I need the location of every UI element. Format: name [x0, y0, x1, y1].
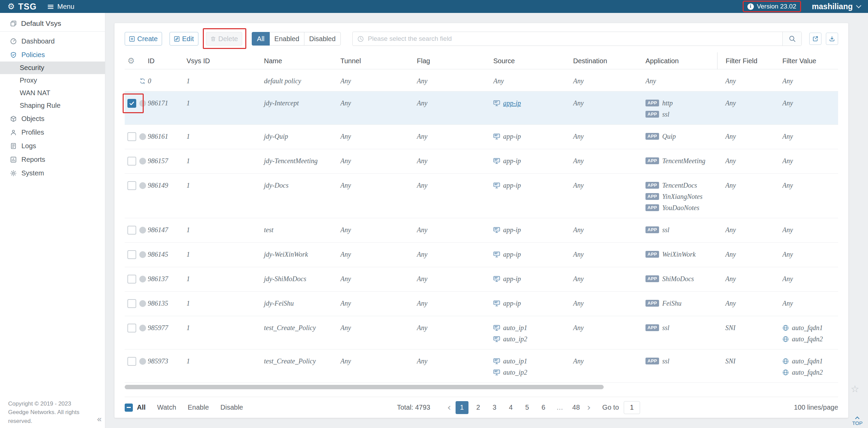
favorite-star-icon[interactable]: ☆ [851, 383, 859, 395]
row-checkbox[interactable] [127, 357, 136, 366]
search-button[interactable] [782, 32, 801, 46]
cell-vsys: 1 [187, 174, 264, 218]
horizontal-scrollbar [125, 383, 838, 391]
row-checkbox[interactable] [127, 157, 136, 166]
application-item: APPQuip [645, 132, 717, 140]
pagination-page[interactable]: 5 [521, 401, 534, 414]
sidebar-item-objects[interactable]: Objects [0, 112, 105, 125]
sidebar-subitem-label: Security [20, 64, 44, 72]
table-row[interactable]: 9859731test_Create_PolicyAnyAnyauto_ip1a… [125, 349, 838, 383]
row-checkbox[interactable] [127, 299, 136, 308]
pagination-page[interactable]: 1 [456, 401, 468, 414]
sidebar-item-system[interactable]: System [0, 166, 105, 180]
filter-enabled[interactable]: Enabled [269, 32, 304, 46]
cell-filter-field: Any [717, 125, 780, 149]
row-checkbox[interactable] [127, 250, 136, 259]
globe-icon [782, 336, 789, 342]
application-name: ShiMoDocs [662, 275, 694, 283]
filter-disabled[interactable]: Disabled [304, 32, 341, 46]
sidebar-item-policies[interactable]: Policies [0, 48, 105, 62]
sidebar: Default Vsys Dashboard Policies Security… [0, 13, 105, 428]
logo-gear-icon: ⚙ [7, 2, 15, 11]
source-list: app-ip [493, 275, 573, 283]
delete-button[interactable]: Delete [206, 32, 243, 46]
table-row[interactable]: 9861351jdy-FeiShuAnyAnyapp-ipAnyAPPFeiSh… [125, 292, 838, 316]
cell-source: app-ip [493, 292, 573, 316]
sidebar-collapse-icon[interactable]: « [97, 414, 102, 424]
status-dot-icon [139, 358, 146, 365]
import-button[interactable] [826, 33, 838, 45]
sidebar-item-logs[interactable]: Logs [0, 139, 105, 153]
pagination-page[interactable]: 6 [537, 401, 550, 414]
create-button[interactable]: Create [125, 32, 162, 46]
pagination-page[interactable]: 2 [472, 401, 485, 414]
pagination-prev[interactable]: ‹ [447, 402, 451, 413]
row-checkbox[interactable] [127, 99, 136, 108]
scrollbar-thumb[interactable] [125, 385, 604, 389]
app-badge: APP [645, 157, 659, 164]
table-row[interactable]: 9861451jdy-WeiXinWorkAnyAnyapp-ipAnyAPPW… [125, 243, 838, 267]
monitor-icon [493, 300, 500, 307]
app-badge: APP [645, 100, 659, 106]
cell-application: APPFeiShu [645, 292, 717, 316]
enable-link[interactable]: Enable [188, 404, 209, 411]
select-all-checkbox[interactable] [125, 404, 133, 412]
row-checkbox[interactable] [127, 226, 136, 235]
table-row[interactable]: 9861711jdy-InterceptAnyAnyapp-ipAnyAPPht… [125, 91, 838, 125]
table-row[interactable]: 9861571jdy-TencentMeetingAnyAnyapp-ipAny… [125, 149, 838, 174]
row-checkbox[interactable] [127, 132, 136, 141]
export-button[interactable] [809, 33, 821, 45]
sidebar-item-profiles[interactable]: Profiles [0, 125, 105, 139]
pagination-page[interactable]: 48 [570, 401, 583, 414]
cell-filter-value: Any [780, 174, 838, 218]
cell-id: 986147 [148, 218, 187, 242]
cell-vsys: 1 [187, 316, 264, 349]
app-badge: APP [645, 358, 659, 364]
app-badge: APP [645, 133, 659, 140]
goto-page-input[interactable] [624, 401, 640, 414]
edit-button[interactable]: Edit [170, 32, 198, 46]
pagination-next[interactable]: › [587, 402, 591, 413]
table-row[interactable]: 01default policyAnyAnyAnyAnyAnyAnyAny [125, 69, 838, 91]
cell-name: default policy [264, 69, 340, 91]
filter-value-list: auto_fqdn1auto_fqdn2 [782, 324, 838, 343]
search-input[interactable] [364, 32, 782, 46]
watch-link[interactable]: Watch [157, 404, 176, 411]
sidebar-item-security[interactable]: Security [0, 62, 105, 74]
column-header-source: Source [493, 52, 573, 69]
row-checkbox[interactable] [127, 324, 136, 332]
table-row[interactable]: 9861371jdy-ShiMoDocsAnyAnyapp-ipAnyAPPSh… [125, 267, 838, 292]
sidebar-item-shaping-rule[interactable]: Shaping Rule [0, 99, 105, 112]
cell-name: test [264, 218, 340, 242]
cell-tunnel: Any [340, 69, 417, 91]
disable-link[interactable]: Disable [220, 404, 243, 411]
sidebar-item-dashboard[interactable]: Dashboard [0, 34, 105, 48]
application-item: APPYouDaoNotes [645, 204, 717, 212]
objects-icon [10, 116, 17, 122]
toolbar: Create Edit Delete All [125, 31, 838, 46]
sidebar-item-reports[interactable]: Reports [0, 153, 105, 166]
cell-vsys: 1 [187, 267, 264, 291]
vsys-selector[interactable]: Default Vsys [0, 16, 105, 31]
user-menu[interactable]: mashiliang [812, 2, 861, 11]
monitor-icon [493, 369, 500, 376]
main-area: Create Edit Delete All [105, 13, 868, 428]
pagination-page[interactable]: 4 [504, 401, 517, 414]
pagination-page[interactable]: 3 [488, 401, 501, 414]
table-row[interactable]: 9859771test_Create_PolicyAnyAnyauto_ip1a… [125, 316, 838, 349]
monitor-icon [493, 227, 500, 233]
source-host-label[interactable]: app-ip [503, 99, 521, 107]
table-row[interactable]: 9861611jdy-QuipAnyAnyapp-ipAnyAPPQuipAny… [125, 125, 838, 149]
filter-all[interactable]: All [252, 32, 269, 46]
sidebar-subitem-label: WAN NAT [20, 89, 50, 97]
column-settings-icon[interactable]: ⚙ [127, 56, 135, 66]
table-row[interactable]: 9861491jdy-DocsAnyAnyapp-ipAnyAPPTencent… [125, 174, 838, 218]
sidebar-item-proxy[interactable]: Proxy [0, 74, 105, 87]
row-checkbox[interactable] [127, 275, 136, 284]
column-header-filter-value: Filter Value [780, 52, 838, 69]
back-to-top[interactable]: TOP [852, 417, 863, 426]
menu-button[interactable]: ≡ Menu [47, 1, 74, 12]
table-row[interactable]: 9861471testAnyAnyapp-ipAnyAPPsslAnyAny [125, 218, 838, 243]
sidebar-item-wan-nat[interactable]: WAN NAT [0, 87, 105, 99]
row-checkbox[interactable] [127, 181, 136, 190]
